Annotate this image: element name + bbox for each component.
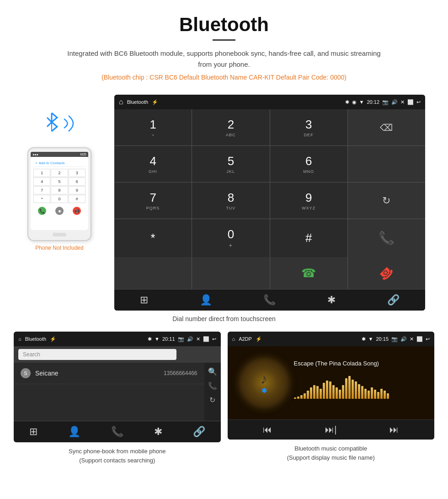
dial-key-6[interactable]: 6 MNO bbox=[270, 146, 347, 182]
dial-key-backspace[interactable]: ⌫ bbox=[348, 109, 425, 145]
nav-phone-icon[interactable]: 📞 bbox=[263, 294, 276, 306]
dial-key-0[interactable]: 0 + bbox=[192, 219, 269, 257]
pb-search-side-icon[interactable]: 🔍 bbox=[208, 367, 217, 376]
phone-mockup: ●●● M35 + Add to Contacts 1 2 3 4 5 6 7 … bbox=[27, 147, 91, 241]
dial-key-star[interactable]: * bbox=[114, 219, 192, 257]
dial-screen: ⌂ Bluetooth ⚡ ✱ ◉ ▼ 20:12 📷 🔊 ✕ ⬜ ↩ 1 ⌁ bbox=[114, 95, 425, 311]
visualizer-bar bbox=[361, 386, 363, 399]
pb-contact-letter: S bbox=[21, 368, 31, 378]
dial-empty-5-2 bbox=[192, 257, 269, 289]
mini-key-6: 6 bbox=[69, 177, 85, 186]
phonebook-search-input[interactable]: Search bbox=[18, 349, 176, 360]
visualizer-bar bbox=[294, 397, 296, 399]
music-time: 20:15 bbox=[376, 336, 389, 342]
dial-key-4[interactable]: 4 GHI bbox=[114, 146, 192, 182]
music-bt-icon: ✱ bbox=[362, 336, 366, 342]
visualizer-bar bbox=[355, 381, 357, 399]
dial-key-2[interactable]: 2 ABC bbox=[192, 109, 269, 145]
mini-key-9: 9 bbox=[69, 186, 85, 194]
pb-bottom-nav: ⊞ 👤 📞 ✱ 🔗 bbox=[14, 421, 221, 442]
dial-key-call[interactable]: 📞 bbox=[348, 219, 425, 257]
visualizer-bar bbox=[304, 393, 306, 399]
music-vol-icon: 🔊 bbox=[400, 336, 407, 342]
nav-dialpad-icon[interactable]: ⊞ bbox=[140, 294, 148, 306]
dial-key-9[interactable]: 9 WXYZ bbox=[270, 182, 347, 219]
visualizer-bar bbox=[323, 383, 325, 399]
music-signal-icon: ▼ bbox=[368, 336, 373, 342]
dial-caption: Dial number direct from touchscreen bbox=[0, 315, 448, 322]
phone-home-button bbox=[53, 233, 66, 236]
pb-nav-bt[interactable]: ✱ bbox=[154, 426, 162, 438]
dial-key-8[interactable]: 8 TUV bbox=[192, 182, 269, 219]
window-icon: ⬜ bbox=[407, 99, 414, 105]
visualizer-bar bbox=[371, 387, 373, 399]
music-usb-icon: ⚡ bbox=[256, 336, 262, 342]
music-block: ⌂ A2DP ⚡ ✱ ▼ 20:15 📷 🔊 ✕ ⬜ ↩ bbox=[228, 332, 435, 465]
camera-icon: 📷 bbox=[382, 99, 389, 105]
visualizer-bar bbox=[384, 391, 386, 399]
phonebook-search-bar: Search bbox=[14, 346, 221, 363]
music-win-icon: ⬜ bbox=[416, 336, 423, 342]
song-title: Escape (The Pina Colada Song) bbox=[294, 360, 421, 367]
pb-nav-phone[interactable]: 📞 bbox=[111, 426, 123, 438]
pb-bt-icon: ✱ bbox=[148, 336, 152, 342]
visualizer-bar bbox=[364, 389, 367, 399]
dial-key-green-call[interactable]: ☎ bbox=[270, 257, 347, 289]
prev-track-button[interactable]: ⏮ bbox=[263, 424, 272, 435]
phone-screen: + Add to Contacts 1 2 3 4 5 6 7 8 9 * 0 … bbox=[31, 157, 88, 230]
pb-back-icon: ↩ bbox=[212, 336, 216, 342]
bt-status-icon: ✱ bbox=[345, 99, 349, 105]
music-screen: ⌂ A2DP ⚡ ✱ ▼ 20:15 📷 🔊 ✕ ⬜ ↩ bbox=[228, 332, 435, 440]
end-call-button: 📵 bbox=[73, 207, 81, 215]
music-back-icon: ↩ bbox=[426, 336, 430, 342]
phonebook-block: ⌂ Bluetooth ⚡ ✱ ▼ 20:11 📷 🔊 ✕ ⬜ ↩ bbox=[14, 332, 221, 465]
mini-keypad: 1 2 3 4 5 6 7 8 9 * 0 # bbox=[33, 169, 85, 203]
dial-key-3[interactable]: 3 DEF bbox=[270, 109, 347, 145]
dial-key-5[interactable]: 5 JKL bbox=[192, 146, 269, 182]
visualizer-bar bbox=[332, 385, 335, 399]
dial-key-1[interactable]: 1 ⌁ bbox=[114, 109, 192, 145]
page-title: Bluetooth bbox=[9, 14, 439, 36]
pb-refresh-side-icon[interactable]: ↻ bbox=[209, 396, 215, 404]
add-contacts-label: + Add to Contacts bbox=[33, 160, 85, 167]
dial-key-hash[interactable]: # bbox=[270, 219, 347, 257]
mini-key-star: * bbox=[33, 195, 50, 203]
main-content: ●●● M35 + Add to Contacts 1 2 3 4 5 6 7 … bbox=[0, 95, 448, 311]
visualizer-bar bbox=[326, 381, 328, 399]
nav-contacts-icon[interactable]: 👤 bbox=[200, 294, 212, 306]
music-x-icon: ✕ bbox=[410, 336, 414, 342]
mini-key-7: 7 bbox=[33, 186, 50, 194]
visualizer-bar bbox=[380, 389, 383, 399]
pb-call-side-icon[interactable]: 📞 bbox=[208, 381, 217, 390]
dial-key-empty-2 bbox=[348, 146, 425, 182]
pb-nav-dialpad[interactable]: ⊞ bbox=[29, 426, 37, 438]
visualizer-bar bbox=[368, 391, 370, 399]
back-icon: ↩ bbox=[416, 99, 421, 105]
visualizer-bar bbox=[316, 386, 319, 399]
music-note-icon: ♪ bbox=[261, 371, 267, 387]
voicemail-button: ◉ bbox=[55, 207, 64, 215]
visualizer-bar bbox=[352, 380, 354, 399]
dial-key-refresh[interactable]: ↻ bbox=[348, 182, 425, 219]
nav-bt-icon[interactable]: ✱ bbox=[327, 294, 336, 306]
next-track-button[interactable]: ⏭ bbox=[389, 424, 399, 435]
pb-time: 20:11 bbox=[162, 336, 175, 342]
play-pause-button[interactable]: ⏭| bbox=[325, 424, 336, 435]
pb-status-bar: ⌂ Bluetooth ⚡ ✱ ▼ 20:11 📷 🔊 ✕ ⬜ ↩ bbox=[14, 332, 221, 346]
pb-contact-area: S Seicane 13566664466 🔍 📞 ↻ bbox=[14, 363, 221, 421]
pb-nav-link[interactable]: 🔗 bbox=[193, 426, 205, 438]
visualizer-bar bbox=[297, 397, 299, 399]
dial-keypad: 1 ⌁ 2 ABC 3 DEF ⌫ 4 GHI 5 JKL 6 MNO bbox=[114, 109, 425, 257]
music-player: ♪ ✱ Escape (The Pina Colada Song) bbox=[235, 353, 428, 413]
pb-nav-contacts[interactable]: 👤 bbox=[68, 426, 80, 438]
dial-key-7[interactable]: 7 PQRS bbox=[114, 182, 192, 219]
phone-status-bar: ●●● M35 bbox=[31, 152, 88, 157]
visualizer-bar bbox=[307, 391, 309, 399]
pb-win-icon: ⬜ bbox=[203, 336, 209, 342]
nav-link-icon[interactable]: 🔗 bbox=[387, 294, 400, 306]
call-button: 📞 bbox=[38, 207, 46, 215]
pb-x-icon: ✕ bbox=[196, 336, 200, 342]
pb-contact-name: Seicane bbox=[35, 370, 164, 377]
pb-contact-number: 13566664466 bbox=[164, 370, 197, 376]
dial-key-red-end[interactable]: ☎ bbox=[348, 257, 425, 289]
